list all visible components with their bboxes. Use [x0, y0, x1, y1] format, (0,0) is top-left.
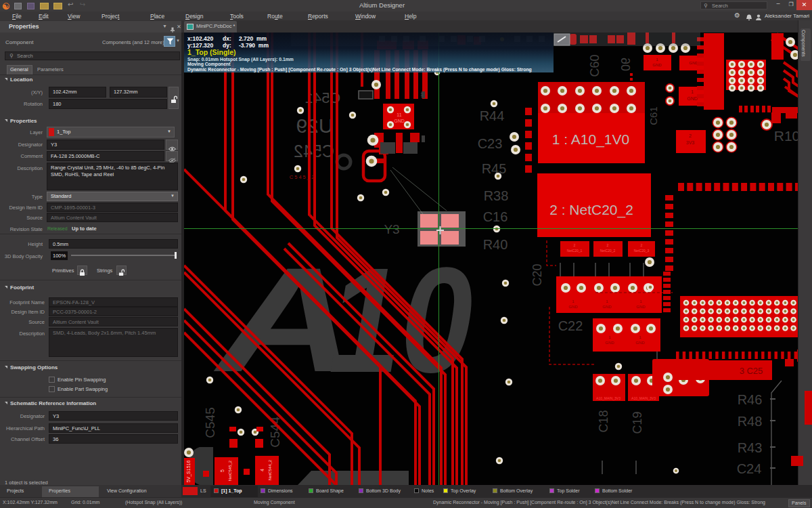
svg-text:3 C25: 3 C25	[740, 366, 763, 376]
svg-text:A10_MAIN_3V3: A10_MAIN_3V3	[631, 396, 656, 400]
svg-text:GND: GND	[636, 305, 646, 309]
svg-text:NetC20_3: NetC20_3	[634, 249, 650, 253]
svg-text:A10_MAIN_3V3: A10_MAIN_3V3	[596, 396, 621, 400]
svg-text:GND: GND	[394, 119, 405, 123]
svg-text:R43: R43	[738, 440, 763, 455]
svg-text:C19: C19	[631, 411, 644, 433]
svg-text:NetC545_2: NetC545_2	[228, 460, 232, 481]
svg-text:5V_S1516: 5V_S1516	[186, 461, 191, 483]
svg-text:C545_2: C545_2	[290, 174, 315, 180]
svg-text:5: 5	[220, 469, 225, 472]
svg-text:GND: GND	[687, 96, 698, 101]
svg-text:C544: C544	[268, 417, 282, 448]
svg-text:1: 1	[420, 91, 424, 98]
svg-text:GND: GND	[605, 341, 614, 345]
svg-text:C23: C23	[478, 136, 503, 151]
svg-text:C20: C20	[531, 263, 544, 286]
svg-text:2: 2	[689, 133, 692, 138]
svg-text:GND: GND	[652, 63, 662, 67]
svg-text:NetC20_2: NetC20_2	[600, 249, 616, 253]
svg-text:GND: GND	[568, 305, 578, 309]
svg-text:NetC20_1: NetC20_1	[567, 249, 583, 253]
svg-text:C18: C18	[597, 410, 610, 432]
svg-text:C22: C22	[558, 318, 583, 333]
svg-text:R40: R40	[483, 237, 508, 252]
svg-text:R10: R10	[774, 128, 798, 144]
svg-text:C545: C545	[203, 407, 217, 438]
svg-text:2 : NetC20_2: 2 : NetC20_2	[549, 202, 633, 218]
svg-text:C60: C60	[588, 54, 602, 77]
svg-text:C61: C61	[648, 106, 659, 125]
svg-text:C24: C24	[737, 461, 762, 476]
svg-text:2: 2	[641, 243, 643, 247]
svg-text:NetC544_2: NetC544_2	[268, 459, 272, 480]
svg-text:1 : A10_1V0: 1 : A10_1V0	[552, 131, 629, 148]
svg-text:R44: R44	[480, 108, 505, 123]
svg-text:06: 06	[618, 58, 632, 71]
svg-text:Y3: Y3	[384, 222, 399, 236]
svg-text:2: 2	[574, 243, 576, 247]
svg-text:R46: R46	[738, 392, 763, 407]
svg-text:3V3: 3V3	[686, 140, 695, 145]
svg-text:C16: C16	[483, 209, 508, 224]
svg-text:4: 4	[260, 469, 265, 471]
svg-text:1: 1	[691, 89, 694, 94]
svg-text:R48: R48	[738, 414, 763, 429]
svg-text:R45: R45	[482, 161, 507, 176]
svg-text:2: 2	[607, 243, 609, 247]
svg-text:11: 11	[397, 112, 401, 117]
svg-text:R38: R38	[484, 188, 509, 203]
svg-text:GND: GND	[602, 305, 612, 309]
svg-text:GND: GND	[635, 341, 645, 345]
